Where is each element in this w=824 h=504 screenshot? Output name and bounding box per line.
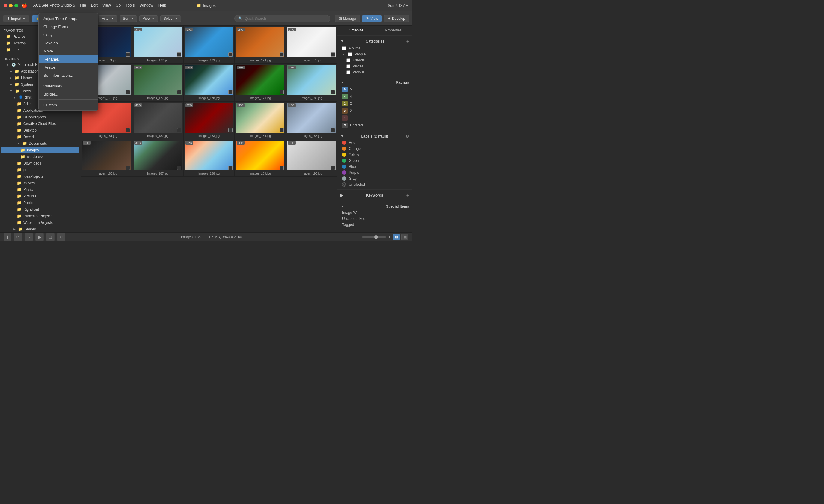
panel-item-rating-5[interactable]: 5 5: [337, 86, 412, 93]
view-menu[interactable]: View: [102, 3, 111, 8]
go-menu[interactable]: Go: [116, 3, 121, 8]
panel-item-albums[interactable]: Albums: [337, 45, 412, 51]
filter-button[interactable]: Filter ▼: [99, 15, 117, 22]
sidebar-item-music[interactable]: 📁 Music: [1, 186, 79, 193]
panel-item-tagged[interactable]: Tagged: [337, 222, 412, 228]
batch-menu-item-set-info[interactable]: Set Information...: [39, 71, 98, 79]
panel-item-friends[interactable]: Friends: [337, 57, 412, 63]
image-cell-173[interactable]: JPG Images_173.jpg: [183, 26, 235, 64]
places-checkbox[interactable]: [346, 65, 350, 68]
image-cell-190[interactable]: JPG Images_190.jpg: [286, 139, 337, 177]
refresh-button[interactable]: ↻: [57, 233, 65, 241]
batch-menu-item-watermark[interactable]: Watermark...: [39, 82, 98, 90]
panel-item-places[interactable]: Places: [337, 63, 412, 69]
sidebar-item-go[interactable]: 📁 go: [1, 167, 79, 173]
file-menu[interactable]: File: [80, 3, 86, 8]
albums-checkbox[interactable]: [342, 46, 346, 51]
special-items-header[interactable]: ▼ Special Items: [337, 203, 412, 210]
view-tab[interactable]: 👁 View: [362, 15, 382, 22]
panel-item-label-green[interactable]: Green: [337, 158, 412, 164]
help-menu[interactable]: Help: [158, 3, 166, 8]
batch-menu-item-move[interactable]: Move...: [39, 47, 98, 55]
image-cell-172[interactable]: JPG Images_172.jpg: [132, 26, 183, 64]
panel-item-label-red[interactable]: Red: [337, 140, 412, 145]
image-cell-180[interactable]: JPG Images_180.jpg: [286, 64, 337, 101]
sidebar-item-public[interactable]: 📁 Public: [1, 200, 79, 206]
image-checkbox[interactable]: [280, 128, 284, 132]
categories-header[interactable]: ▼ Categories +: [337, 37, 412, 45]
labels-gear-button[interactable]: ⚙: [405, 134, 409, 138]
import-button[interactable]: ⬇ Import ▼: [3, 15, 29, 22]
grid-view-button[interactable]: ⊞: [393, 234, 400, 240]
labels-header[interactable]: ▼ Labels (Default) ⚙: [337, 133, 412, 140]
sidebar-item-clionprojects[interactable]: 📁 CLionProjects: [1, 114, 79, 120]
various-checkbox[interactable]: [346, 71, 350, 74]
close-button[interactable]: [4, 4, 7, 7]
sidebar-item-movies[interactable]: 📁 Movies: [1, 180, 79, 186]
image-checkbox[interactable]: [228, 128, 232, 132]
panel-item-label-yellow[interactable]: Yellow: [337, 152, 412, 158]
panel-item-various[interactable]: Various: [337, 69, 412, 75]
panel-item-uncategorized[interactable]: Uncategorized: [337, 216, 412, 222]
view-filter-button[interactable]: View ▼: [139, 15, 158, 22]
batch-menu-item-rename[interactable]: Rename...: [39, 55, 98, 63]
image-checkbox[interactable]: [331, 90, 335, 94]
image-checkbox[interactable]: [280, 53, 284, 57]
sidebar-item-pictures-user[interactable]: 📁 Pictures: [1, 193, 79, 199]
image-cell-189[interactable]: JPG Images_189.jpg: [235, 139, 286, 177]
image-cell-187[interactable]: JPG Images_187.jpg: [132, 139, 183, 177]
image-checkbox[interactable]: [177, 128, 181, 132]
panel-item-label-blue[interactable]: Blue: [337, 164, 412, 170]
keywords-add-button[interactable]: +: [406, 193, 409, 198]
image-checkbox[interactable]: [280, 166, 284, 170]
image-cell-177[interactable]: JPG Images_177.jpg: [132, 64, 183, 101]
image-checkbox[interactable]: [228, 90, 232, 94]
batch-menu-item-copy[interactable]: Copy...: [39, 31, 98, 39]
slideshow-button[interactable]: □: [46, 233, 55, 241]
tab-organize[interactable]: Organize: [337, 26, 375, 35]
apple-menu[interactable]: 🍎: [22, 3, 27, 8]
select-button[interactable]: Select ▼: [160, 15, 181, 22]
image-checkbox[interactable]: [126, 128, 130, 132]
window-menu[interactable]: Window: [140, 3, 153, 8]
image-checkbox[interactable]: [331, 128, 335, 132]
image-checkbox[interactable]: [228, 166, 232, 170]
sidebar-item-documents[interactable]: ▼ 📁 Documents: [1, 140, 79, 146]
sidebar-item-creative-cloud[interactable]: 📁 Creative Cloud Files: [1, 120, 79, 127]
image-checkbox[interactable]: [331, 53, 335, 57]
batch-menu-item-adjust-time[interactable]: Adjust Time Stamp...: [39, 15, 98, 23]
batch-menu-item-custom[interactable]: Custom...: [39, 101, 98, 109]
app-menu[interactable]: ACDSee Photo Studio 5: [33, 3, 75, 8]
filmstrip-view-button[interactable]: ▤: [401, 234, 408, 240]
sidebar-item-rubymineprojects[interactable]: 📁 RubymineProjects: [1, 213, 79, 219]
image-checkbox[interactable]: [126, 166, 130, 170]
panel-item-label-unlabeled[interactable]: Unlabeled: [337, 182, 412, 188]
image-cell-184[interactable]: JPG Images_184.jpg: [235, 101, 286, 139]
image-checkbox[interactable]: [126, 53, 130, 57]
batch-menu-item-change-format[interactable]: Change Format...: [39, 23, 98, 31]
sidebar-item-shared[interactable]: ▶ 📁 Shared: [1, 226, 79, 232]
panel-item-label-purple[interactable]: Purple: [337, 170, 412, 176]
panel-item-rating-4[interactable]: 4 4: [337, 93, 412, 100]
zoom-slider[interactable]: [362, 236, 386, 237]
sidebar-item-rightfont[interactable]: 📁 RightFont: [1, 206, 79, 212]
batch-menu-item-border[interactable]: Border...: [39, 90, 98, 98]
image-cell-174[interactable]: JPG Images_174.jpg: [235, 26, 286, 64]
minimize-button[interactable]: [9, 4, 13, 7]
panel-item-label-orange[interactable]: Orange: [337, 145, 412, 152]
panel-item-people[interactable]: ▼ People: [337, 51, 412, 57]
calendar-header[interactable]: ▼ Calendar: [337, 232, 412, 232]
ratings-header[interactable]: ▼ Ratings: [337, 79, 412, 86]
panel-item-rating-unrated[interactable]: ✕ Unrated: [337, 122, 412, 129]
search-input[interactable]: [244, 16, 326, 21]
sidebar-item-ideaprojects[interactable]: 📁 IdeaProjects: [1, 173, 79, 180]
tools-menu[interactable]: Tools: [125, 3, 134, 8]
manage-tab[interactable]: ⊞ Manage: [335, 15, 360, 22]
sidebar-item-wordpress[interactable]: 📁 wordpress: [1, 154, 79, 160]
image-cell-182[interactable]: JPG Images_182.jpg: [132, 101, 183, 139]
image-checkbox[interactable]: [177, 53, 181, 57]
play-button[interactable]: ▶: [35, 233, 44, 241]
edit-menu[interactable]: Edit: [91, 3, 97, 8]
develop-tab[interactable]: ✦ Develop: [384, 15, 409, 22]
maximize-button[interactable]: [14, 4, 18, 7]
